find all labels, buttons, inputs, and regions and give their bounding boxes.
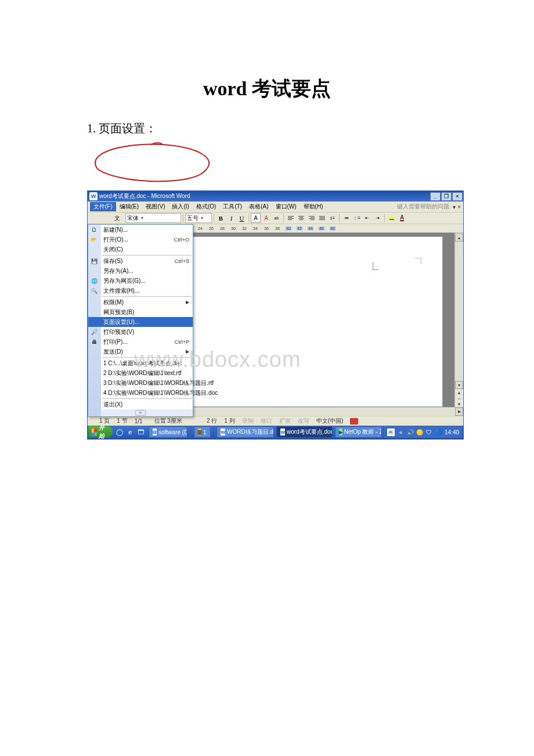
menu-help[interactable]: 帮助(H): [300, 202, 327, 211]
tray-icon[interactable]: 🔊: [407, 429, 414, 436]
phonetic-guide-button[interactable]: ab: [272, 213, 282, 223]
menu-insert[interactable]: 插入(I): [168, 202, 192, 211]
line-spacing-button[interactable]: ‡≡: [327, 213, 337, 223]
taskbar-item-doc1[interactable]: WWORD练习题目.doc ...: [217, 426, 274, 438]
file-menu-item[interactable]: 4 D:\实验\WORD编辑\1\WORD练习题目.doc: [88, 388, 193, 398]
scroll-right-button[interactable]: ▶: [455, 408, 463, 416]
menu-item-icon: 🔍: [90, 287, 98, 294]
menu-file[interactable]: 文件(F): [90, 202, 116, 211]
file-menu-item[interactable]: 2 D:\实验\WORD编辑\1\text.rtf: [88, 368, 193, 378]
menu-edit[interactable]: 编辑(E): [116, 202, 142, 211]
font-dropdown[interactable]: 宋体▾: [125, 213, 181, 223]
menu-item-label: 发送(D): [103, 348, 183, 356]
taskbar-item-folder[interactable]: ▇1: [194, 426, 211, 438]
align-right-button[interactable]: [306, 213, 316, 223]
tray-icon[interactable]: 🟡: [416, 429, 424, 436]
menu-item-label: 打印预览(V): [103, 328, 189, 336]
align-left-button[interactable]: [286, 213, 295, 223]
quick-launch-icon[interactable]: e: [126, 428, 134, 436]
file-menu-item[interactable]: 关闭(C): [88, 244, 193, 254]
taskbar-item-netop[interactable]: ▶NetOp 教师 - 206: [335, 426, 382, 438]
menu-window[interactable]: 窗口(W): [272, 202, 300, 211]
file-menu-item[interactable]: 另存为(A)...: [88, 266, 193, 276]
char-shading-button[interactable]: A: [261, 213, 271, 223]
file-menu-item[interactable]: 退出(X): [88, 399, 193, 409]
restore-button[interactable]: ❐: [441, 192, 452, 201]
align-justify-button[interactable]: [317, 213, 327, 223]
start-button[interactable]: 开始: [88, 426, 113, 438]
help-search-placeholder[interactable]: 键入需要帮助的问题: [397, 203, 449, 211]
file-menu-item[interactable]: 🔎打印预览(V): [88, 327, 193, 337]
italic-button[interactable]: I: [226, 213, 236, 223]
browse-object-button[interactable]: ○: [456, 395, 463, 401]
status-revise[interactable]: 修订: [261, 417, 272, 425]
file-menu-item[interactable]: 权限(M)▶: [88, 297, 193, 307]
menu-item-shortcut: Ctrl+S: [175, 258, 189, 264]
menu-item-label: 打开(O)...: [103, 236, 174, 244]
file-menu-item[interactable]: 🗋新建(N)...: [88, 225, 193, 235]
taskbar-item-drive[interactable]: ⊟software (D:): [149, 426, 187, 438]
menu-item-icon: 🗋: [90, 226, 98, 233]
increase-indent-button[interactable]: ⇥: [373, 213, 383, 223]
file-menu-item[interactable]: 🖶打印(P)...Ctrl+P: [88, 337, 193, 347]
menu-item-icon: [90, 308, 98, 316]
menu-tools[interactable]: 工具(T): [219, 202, 246, 211]
file-menu-item[interactable]: 💾保存(S)Ctrl+S: [88, 256, 193, 266]
word-app-window: W word考试要点.doc - Microsoft Word _ ❐ × 文件…: [87, 190, 464, 440]
menu-table[interactable]: 表格(A): [246, 202, 272, 211]
system-tray[interactable]: 画 « 🔊🟡🛡🔵 14:40: [383, 426, 463, 438]
next-page-button[interactable]: ▼: [456, 401, 463, 407]
spellcheck-status-icon[interactable]: [350, 418, 358, 424]
doc-window-close[interactable]: ▾ ×: [453, 204, 461, 210]
menu-view[interactable]: 视图(V): [142, 202, 168, 211]
file-menu-item[interactable]: 🌐另存为网页(G)...: [88, 276, 193, 286]
submenu-arrow-icon: ▶: [186, 300, 189, 305]
vertical-scrollbar[interactable]: ▲ ▼ ▲ ○ ▼: [454, 233, 463, 407]
status-bar: 1 页 1 节 1/1 位置 3厘米 2 行 1 列 录制 修订 扩展 改写 中…: [88, 416, 463, 426]
status-language[interactable]: 中文(中国): [316, 417, 344, 425]
underline-button[interactable]: U: [237, 213, 247, 223]
font-size-dropdown[interactable]: 五号▾: [185, 213, 212, 223]
bulleted-list-button[interactable]: ⋮≡: [352, 213, 362, 223]
char-border-button[interactable]: A: [251, 213, 261, 223]
status-overwrite[interactable]: 改写: [298, 417, 309, 425]
status-extend[interactable]: 扩展: [279, 417, 291, 425]
scroll-down-button[interactable]: ▼: [455, 381, 463, 389]
ruler-tick: 24: [197, 226, 203, 231]
numbered-list-button[interactable]: ≔: [341, 213, 351, 223]
ime-indicator[interactable]: 画: [387, 429, 395, 436]
highlight-button[interactable]: [387, 213, 396, 223]
status-column: 1 列: [224, 417, 234, 425]
status-section: 1 节: [117, 417, 127, 425]
decrease-indent-button[interactable]: ⇤: [362, 213, 372, 223]
align-center-button[interactable]: [296, 213, 306, 223]
menu-expand-button[interactable]: ¤: [88, 409, 193, 416]
menu-format[interactable]: 格式(O): [193, 202, 219, 211]
file-menu-item[interactable]: 网页预览(B): [88, 307, 193, 317]
ruler-tick: 40: [286, 226, 291, 231]
file-menu-item[interactable]: 1 C:\...\桌面\word考试要点.doc: [88, 358, 193, 368]
ruler-tick: 36: [264, 226, 269, 231]
taskbar-item-doc2[interactable]: Wword考试要点.doc - ...: [276, 426, 332, 438]
status-record[interactable]: 录制: [242, 417, 254, 425]
clock[interactable]: 14:40: [445, 429, 459, 436]
title-bar[interactable]: W word考试要点.doc - Microsoft Word _ ❐ ×: [88, 191, 463, 201]
file-menu-item[interactable]: 页面设置(U)...: [88, 317, 193, 327]
formatting-toolbar: 文 宋体▾ 五号▾ B I U A A ab ‡≡ ≔ ⋮≡ ⇤: [88, 213, 463, 224]
minimize-button[interactable]: _: [430, 192, 441, 201]
tray-icon[interactable]: 🔵: [435, 429, 442, 436]
scroll-up-button[interactable]: ▲: [455, 233, 463, 242]
font-color-button[interactable]: A: [397, 213, 407, 223]
file-menu-item[interactable]: 📂打开(O)...Ctrl+O: [88, 235, 193, 244]
menu-item-icon: [90, 369, 98, 377]
tray-expand-icon[interactable]: «: [397, 429, 405, 436]
quick-launch-icon[interactable]: 🗔: [136, 428, 145, 436]
bold-button[interactable]: B: [216, 213, 226, 223]
file-menu-item[interactable]: 发送(D)▶: [88, 347, 193, 357]
tray-icon[interactable]: 🛡: [425, 429, 433, 436]
file-menu-item[interactable]: 🔍文件搜索(H)...: [88, 286, 193, 296]
file-menu-item[interactable]: 3 D:\实验\WORD编辑\1\WORD练习题目.rtf: [88, 378, 193, 388]
prev-page-button[interactable]: ▲: [456, 390, 463, 395]
quick-launch-icon[interactable]: ◯: [116, 428, 124, 436]
close-button[interactable]: ×: [452, 192, 463, 201]
